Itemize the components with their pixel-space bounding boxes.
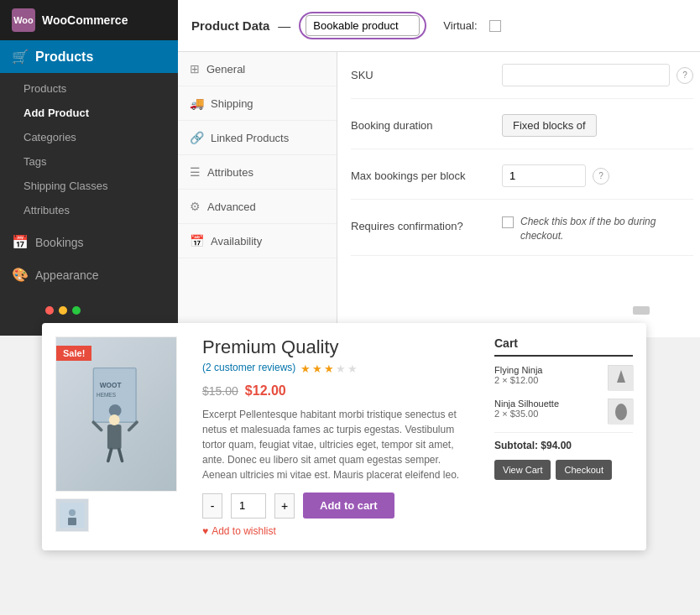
product-info-section: Premium Quality (2 customer reviews) ★ ★… (202, 336, 478, 537)
tab-attributes[interactable]: ☰ Attributes (178, 155, 337, 190)
booking-duration-label: Booking duration (351, 114, 502, 132)
cart-item-0-qty-price: 2 × $12.00 (494, 375, 603, 385)
sale-badge: Sale! (56, 346, 91, 361)
tab-availability[interactable]: 📅 Availability (178, 224, 337, 258)
max-bookings-help-icon[interactable]: ? (593, 168, 609, 185)
sidebar-item-categories[interactable]: Categories (0, 125, 178, 149)
sku-input[interactable] (502, 64, 670, 86)
sidebar-header: Woo WooCommerce (0, 0, 178, 40)
cart-item-0-info: Flying Ninja 2 × $12.00 (494, 365, 603, 385)
svg-line-8 (118, 449, 122, 461)
product-data-label: Product Data (191, 18, 269, 33)
product-thumbnail[interactable] (55, 498, 89, 532)
main-content: Product Data — Bookable product Simple p… (178, 0, 700, 336)
quantity-increase-button[interactable]: + (274, 493, 295, 519)
cart-item-1-info: Ninja Silhouette 2 × $35.00 (494, 399, 603, 419)
star-3: ★ (324, 362, 334, 375)
cart-buttons: View Cart Checkout (494, 460, 633, 480)
sidebar-sub-menu: Products Add Product Categories Tags Shi… (0, 73, 178, 226)
sidebar-item-products[interactable]: 🛒 Products (0, 40, 178, 73)
product-title: Premium Quality (202, 336, 478, 358)
product-description: Excerpt Pellentesque habitant morbi tris… (202, 407, 478, 482)
sidebar-item-shipping-classes[interactable]: Shipping Classes (0, 174, 178, 198)
sidebar-item-appearance[interactable]: 🎨 Appearance (0, 258, 178, 291)
product-reviews-link[interactable]: (2 customer reviews) (202, 362, 295, 373)
star-2: ★ (312, 362, 322, 375)
virtual-checkbox[interactable] (489, 20, 501, 32)
availability-icon: 📅 (190, 234, 204, 248)
requires-confirmation-label: Requires confirmation? (351, 215, 502, 232)
requires-confirmation-row: Requires confirmation? Check this box if… (351, 215, 693, 256)
product-type-select-wrapper: Bookable product Simple product Variable… (299, 12, 426, 39)
svg-rect-12 (68, 518, 76, 525)
max-bookings-label: Max bookings per block (351, 164, 502, 182)
svg-line-5 (93, 422, 101, 430)
product-image-section: Sale! WOOT HEMES (55, 336, 185, 537)
maximize-dot[interactable] (72, 306, 81, 315)
general-icon: ⊞ (190, 62, 200, 76)
price-old: $15.00 (202, 384, 238, 398)
tab-linked-products[interactable]: 🔗 Linked Products (178, 121, 337, 155)
close-dot[interactable] (45, 306, 54, 315)
requires-confirmation-value: Check this box if the bo during checkout… (502, 215, 693, 243)
add-to-wishlist-link[interactable]: ♥ Add to wishlist (202, 525, 478, 537)
sidebar-item-all-products[interactable]: Products (0, 76, 178, 101)
admin-panel: Woo WooCommerce 🛒 Products Products Add … (0, 0, 700, 336)
bookings-label: Bookings (35, 236, 84, 249)
sidebar: Woo WooCommerce 🛒 Products Products Add … (0, 0, 178, 336)
woo-logo-icon: Woo (12, 8, 35, 32)
product-figure-svg: WOOT HEMES (83, 364, 150, 465)
sku-help-icon[interactable]: ? (676, 67, 693, 84)
max-bookings-value-wrapper: ? (502, 164, 693, 187)
product-body: ⊞ General 🚚 Shipping 🔗 Linked Products ☰… (178, 52, 700, 337)
quantity-input[interactable] (231, 493, 266, 519)
max-bookings-input[interactable] (502, 164, 586, 187)
sidebar-item-add-product[interactable]: Add Product (0, 101, 178, 125)
svg-line-6 (128, 422, 136, 430)
shipping-icon: 🚚 (190, 96, 204, 110)
cart-item-1: Ninja Silhouette 2 × $35.00 (494, 399, 633, 424)
product-data-header: Product Data — Bookable product Simple p… (178, 0, 700, 52)
svg-point-16 (615, 404, 627, 420)
booking-duration-button[interactable]: Fixed blocks of (502, 114, 597, 137)
sidebar-item-bookings[interactable]: 📅 Bookings (0, 226, 178, 258)
tab-shipping[interactable]: 🚚 Shipping (178, 86, 337, 121)
requires-confirmation-checkbox[interactable] (502, 216, 514, 228)
checkout-button[interactable]: Checkout (556, 460, 611, 480)
fields-panel: SKU ? Booking duration Fixed blocks of M… (337, 52, 700, 337)
svg-point-11 (69, 509, 76, 516)
star-4: ★ (336, 362, 346, 375)
booking-duration-row: Booking duration Fixed blocks of (351, 114, 693, 149)
max-bookings-row: Max bookings per block ? (351, 164, 693, 200)
cart-subtotal: Subtotal: $94.00 (494, 432, 633, 451)
quantity-decrease-button[interactable]: - (202, 493, 222, 519)
svg-text:HEMES: HEMES (97, 391, 117, 397)
view-cart-button[interactable]: View Cart (494, 460, 551, 480)
add-to-cart-button[interactable]: Add to cart (303, 493, 394, 519)
quantity-row: - + Add to cart (202, 493, 478, 519)
cart-item-0: Flying Ninja 2 × $12.00 (494, 365, 633, 390)
linked-products-icon: 🔗 (190, 131, 204, 144)
advanced-icon: ⚙ (190, 200, 201, 213)
attributes-icon: ☰ (190, 165, 201, 179)
cart-item-0-name: Flying Ninja (494, 365, 603, 375)
svg-text:WOOT: WOOT (99, 380, 121, 388)
heart-icon: ♥ (202, 525, 208, 537)
cart-item-1-name: Ninja Silhouette (494, 399, 603, 409)
product-type-select[interactable]: Bookable product Simple product Variable… (306, 15, 420, 36)
sidebar-item-tags[interactable]: Tags (0, 149, 178, 174)
requires-confirmation-text: Check this box if the bo during checkout… (520, 215, 693, 243)
cart-item-1-qty-price: 2 × $35.00 (494, 409, 603, 419)
tab-advanced[interactable]: ⚙ Advanced (178, 190, 337, 224)
booking-duration-value-wrapper: Fixed blocks of (502, 114, 693, 137)
star-5: ★ (347, 362, 358, 375)
sidebar-item-attributes[interactable]: Attributes (0, 198, 178, 222)
calendar-icon: 📅 (12, 234, 29, 250)
appearance-label: Appearance (35, 268, 99, 282)
product-data-dash: — (278, 18, 290, 33)
tab-general[interactable]: ⊞ General (178, 52, 337, 86)
minimize-dot[interactable] (59, 306, 67, 315)
virtual-label: Virtual: (443, 19, 477, 32)
cart-title: Cart (494, 336, 633, 357)
window-close-btn[interactable] (633, 306, 650, 315)
